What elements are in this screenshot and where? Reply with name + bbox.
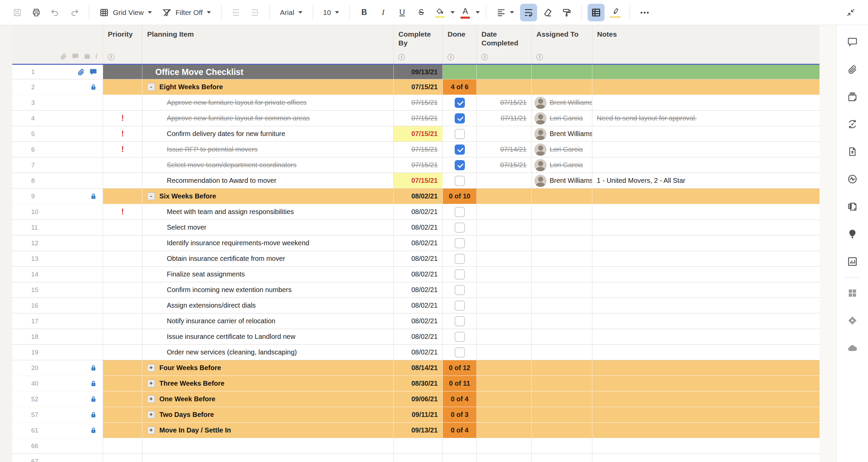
row-number[interactable]: 3	[31, 99, 47, 107]
collapse-section-button[interactable]: -	[147, 192, 155, 200]
expand-section-button[interactable]: +	[147, 380, 155, 387]
notes-cell[interactable]: 1 - United Movers, 2 - All Star	[592, 173, 820, 188]
row-number[interactable]: 52	[31, 396, 47, 403]
done-cell[interactable]	[443, 329, 477, 344]
done-cell[interactable]	[443, 220, 477, 235]
format-painter-button[interactable]	[558, 4, 575, 21]
complete-by-cell[interactable]	[394, 454, 443, 462]
complete-by-cell[interactable]: 08/02/21	[394, 204, 443, 219]
date-completed-cell[interactable]	[477, 251, 532, 266]
row-number[interactable]: 4	[31, 115, 47, 122]
font-color-button[interactable]: A	[457, 4, 474, 21]
row-number[interactable]: 7	[31, 161, 47, 169]
row-number[interactable]: 10	[31, 208, 47, 216]
done-cell[interactable]	[443, 235, 477, 251]
done-checkbox-checked[interactable]	[455, 113, 465, 123]
assigned-to-cell[interactable]	[532, 345, 592, 360]
done-cell[interactable]: 0 of 4	[443, 391, 477, 407]
notes-cell[interactable]	[592, 79, 820, 95]
date-completed-cell[interactable]	[477, 423, 532, 438]
complete-by-cell[interactable]: 08/02/21	[394, 220, 443, 235]
attachment-icon[interactable]	[77, 68, 85, 76]
complete-by-cell[interactable]: 08/02/21	[394, 189, 443, 204]
row-gutter[interactable]: 4	[12, 111, 103, 126]
column-info-icon[interactable]: i	[108, 54, 114, 60]
complete-by-cell[interactable]: 08/02/21	[394, 251, 443, 266]
bold-button[interactable]: B	[356, 4, 373, 21]
row-number[interactable]: 40	[31, 380, 47, 387]
date-completed-cell[interactable]: 07/15/21	[477, 157, 532, 173]
assigned-to-cell[interactable]	[532, 438, 592, 454]
date-completed-cell[interactable]	[477, 298, 532, 313]
complete-by-cell[interactable]: 08/02/21	[394, 235, 443, 251]
date-completed-cell[interactable]	[477, 345, 532, 360]
underline-button[interactable]: U	[394, 4, 411, 21]
priority-cell[interactable]: !	[103, 142, 142, 157]
assigned-to-cell[interactable]	[532, 267, 592, 282]
whats-new-icon[interactable]	[847, 228, 858, 240]
expand-section-button[interactable]: +	[147, 364, 155, 372]
assigned-to-cell[interactable]	[532, 65, 592, 79]
assigned-to-cell[interactable]	[532, 407, 592, 422]
priority-cell[interactable]	[103, 298, 142, 313]
row-gutter[interactable]: 8	[12, 173, 103, 188]
planning-item-cell[interactable]: Assign extensions/direct dials	[142, 298, 394, 313]
complete-by-cell[interactable]: 08/02/21	[394, 345, 443, 360]
publish-icon[interactable]	[847, 146, 858, 157]
complete-by-cell[interactable]: 07/15/21	[394, 95, 443, 110]
done-checkbox-unchecked[interactable]	[455, 254, 465, 264]
assigned-to-cell[interactable]	[532, 454, 592, 462]
priority-cell[interactable]	[103, 189, 142, 204]
notes-cell[interactable]	[592, 95, 820, 110]
notes-cell[interactable]	[592, 438, 820, 454]
assigned-to-cell[interactable]: Lori Garcia	[532, 111, 592, 126]
priority-cell[interactable]	[103, 157, 142, 173]
row-number[interactable]: 14	[31, 271, 47, 278]
indent-button[interactable]	[246, 4, 263, 21]
done-cell[interactable]	[443, 313, 477, 329]
planning-item-cell[interactable]: Issue insurance certificate to Landlord …	[142, 329, 394, 344]
done-cell[interactable]	[443, 95, 477, 110]
column-info-icon[interactable]: i	[536, 54, 543, 60]
row-gutter[interactable]: 6	[12, 142, 103, 157]
print-button[interactable]	[28, 4, 45, 21]
complete-by-cell[interactable]: 08/02/21	[394, 313, 443, 329]
row-gutter[interactable]: 66	[12, 438, 103, 454]
row-number[interactable]: 18	[31, 333, 47, 341]
column-header-planning-item[interactable]: Planning Item	[142, 25, 394, 64]
assigned-to-cell[interactable]	[532, 423, 592, 438]
row-number[interactable]: 12	[31, 239, 47, 247]
done-checkbox-unchecked[interactable]	[455, 347, 465, 358]
priority-cell[interactable]	[103, 329, 142, 344]
row-gutter[interactable]: 17	[12, 313, 103, 329]
priority-cell[interactable]	[103, 391, 142, 407]
priority-cell[interactable]: !	[103, 126, 142, 141]
row-gutter[interactable]: 61	[12, 423, 103, 438]
complete-by-cell[interactable]: 09/13/21	[394, 65, 443, 79]
row-number[interactable]: 9	[31, 193, 47, 200]
done-cell[interactable]	[443, 157, 477, 173]
date-completed-cell[interactable]	[477, 329, 532, 344]
done-checkbox-unchecked[interactable]	[455, 207, 465, 217]
row-gutter[interactable]: 5	[12, 126, 103, 141]
complete-by-cell[interactable]: 09/11/21	[394, 407, 443, 422]
planning-item-cell[interactable]	[142, 438, 394, 454]
row-number[interactable]: 15	[31, 286, 47, 294]
complete-by-cell[interactable]: 08/02/21	[394, 329, 443, 344]
row-number[interactable]: 20	[31, 364, 47, 372]
row-gutter[interactable]: 18	[12, 329, 103, 344]
date-completed-cell[interactable]	[477, 282, 532, 297]
outdent-button[interactable]	[228, 4, 244, 21]
assigned-to-cell[interactable]	[532, 235, 592, 251]
fill-color-button[interactable]	[432, 4, 449, 21]
done-checkbox-checked[interactable]	[455, 145, 465, 155]
row-number[interactable]: 5	[31, 130, 47, 138]
date-completed-cell[interactable]	[477, 204, 532, 219]
row-gutter-header[interactable]: i	[12, 25, 103, 64]
date-completed-cell[interactable]	[477, 407, 532, 422]
notes-cell[interactable]	[592, 65, 820, 79]
planning-item-cell[interactable]: +Four Weeks Before	[142, 360, 394, 376]
priority-cell[interactable]	[103, 235, 142, 251]
row-number[interactable]: 61	[31, 427, 47, 434]
notes-cell[interactable]	[592, 454, 820, 462]
